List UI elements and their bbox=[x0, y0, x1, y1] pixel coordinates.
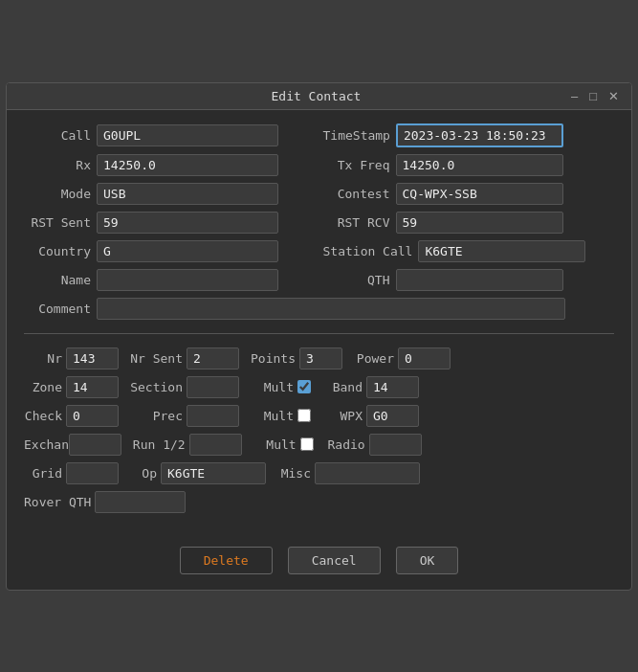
row-rst: RST Sent RST RCV bbox=[24, 212, 614, 234]
row-roverqth: Rover QTH bbox=[24, 491, 614, 513]
call-input[interactable] bbox=[97, 124, 278, 146]
roverqth-input[interactable] bbox=[95, 491, 186, 513]
call-label: Call bbox=[24, 128, 91, 143]
ok-button[interactable]: OK bbox=[396, 547, 459, 574]
rstrcv-input[interactable] bbox=[396, 212, 563, 234]
rstsent-label: RST Sent bbox=[24, 215, 91, 230]
qth-label: QTH bbox=[323, 273, 390, 287]
exchange-input[interactable] bbox=[69, 434, 121, 456]
mult2-label: Mult bbox=[251, 409, 294, 423]
window-controls: – □ ✕ bbox=[568, 89, 622, 103]
stationcall-input[interactable] bbox=[418, 240, 585, 262]
maximize-button[interactable]: □ bbox=[586, 89, 600, 103]
timestamp-label: TimeStamp bbox=[323, 128, 390, 143]
call-group: Call bbox=[24, 124, 316, 146]
footer-buttons: Delete Cancel OK bbox=[7, 533, 631, 590]
country-group: Country bbox=[24, 240, 316, 262]
row-call-timestamp: Call TimeStamp bbox=[24, 123, 614, 147]
contest-label: Contest bbox=[323, 187, 390, 201]
row-country-stationcall: Country Station Call bbox=[24, 240, 614, 262]
row-name-qth: Name QTH bbox=[24, 269, 614, 291]
op-label: Op bbox=[130, 466, 157, 481]
mult1-label: Mult bbox=[251, 380, 294, 394]
txfreq-group: Tx Freq bbox=[323, 154, 615, 176]
rstrcv-group: RST RCV bbox=[323, 212, 615, 234]
band-label: Band bbox=[322, 380, 363, 394]
zone-label: Zone bbox=[24, 380, 62, 394]
power-input[interactable] bbox=[398, 347, 451, 370]
contest-input[interactable] bbox=[396, 183, 563, 205]
row-rx-txfreq: Rx Tx Freq bbox=[24, 154, 614, 176]
comment-label: Comment bbox=[24, 302, 91, 316]
rstsent-group: RST Sent bbox=[24, 212, 316, 234]
delete-button[interactable]: Delete bbox=[180, 547, 273, 574]
timestamp-input[interactable] bbox=[396, 123, 563, 147]
comment-input[interactable] bbox=[97, 298, 565, 320]
txfreq-input[interactable] bbox=[396, 154, 563, 176]
name-input[interactable] bbox=[97, 269, 278, 291]
cancel-button[interactable]: Cancel bbox=[288, 547, 381, 574]
titlebar: Edit Contact – □ ✕ bbox=[7, 83, 631, 110]
timestamp-group: TimeStamp bbox=[323, 123, 615, 147]
wpx-label: WPX bbox=[322, 409, 363, 423]
window-title: Edit Contact bbox=[64, 89, 568, 103]
check-label: Check bbox=[24, 409, 62, 423]
close-button[interactable]: ✕ bbox=[605, 89, 622, 103]
section-input[interactable] bbox=[187, 376, 239, 398]
row-check: Check Prec Mult WPX bbox=[24, 405, 614, 427]
nr-label: Nr bbox=[24, 351, 62, 366]
qth-group: QTH bbox=[323, 269, 615, 291]
country-label: Country bbox=[24, 244, 91, 258]
op-input[interactable] bbox=[161, 462, 266, 484]
name-label: Name bbox=[24, 273, 91, 287]
stationcall-label: Station Call bbox=[323, 244, 413, 258]
qth-input[interactable] bbox=[396, 269, 563, 291]
prec-input[interactable] bbox=[187, 405, 239, 427]
mode-label: Mode bbox=[24, 187, 91, 201]
run-input[interactable] bbox=[189, 434, 242, 456]
roverqth-label: Rover QTH bbox=[24, 495, 91, 509]
row-comment: Comment bbox=[24, 298, 614, 320]
nr-input[interactable] bbox=[66, 347, 119, 370]
radio-label: Radio bbox=[325, 437, 365, 452]
misc-input[interactable] bbox=[315, 462, 420, 484]
rx-input[interactable] bbox=[97, 154, 278, 176]
row-mode-contest: Mode Contest bbox=[24, 183, 614, 205]
wpx-input[interactable] bbox=[366, 405, 419, 427]
name-group: Name bbox=[24, 269, 316, 291]
prec-label: Prec bbox=[130, 409, 183, 423]
nrsent-input[interactable] bbox=[187, 347, 239, 370]
rstsent-input[interactable] bbox=[97, 212, 278, 234]
mult3-checkbox[interactable] bbox=[300, 437, 314, 451]
zone-input[interactable] bbox=[66, 376, 119, 398]
band-input[interactable] bbox=[366, 376, 419, 398]
points-input[interactable] bbox=[299, 347, 342, 370]
row-exchange: Exchange Run 1/2 Mult Radio bbox=[24, 434, 614, 456]
extra-fields: Nr Nr Sent Points Power Zone Section Mul… bbox=[24, 347, 614, 513]
radio-input[interactable] bbox=[369, 434, 422, 456]
stationcall-group: Station Call bbox=[323, 240, 615, 262]
row-zone: Zone Section Mult Band bbox=[24, 376, 614, 398]
mult2-checkbox[interactable] bbox=[297, 409, 311, 422]
mode-input[interactable] bbox=[97, 183, 278, 205]
rx-label: Rx bbox=[24, 158, 91, 172]
section-label: Section bbox=[130, 380, 183, 394]
country-input[interactable] bbox=[97, 240, 278, 262]
contest-group: Contest bbox=[323, 183, 615, 205]
mult3-label: Mult bbox=[253, 437, 297, 452]
row-nr: Nr Nr Sent Points Power bbox=[24, 347, 614, 370]
nrsent-label: Nr Sent bbox=[130, 351, 183, 366]
grid-input[interactable] bbox=[66, 462, 119, 484]
row-grid: Grid Op Misc bbox=[24, 462, 614, 484]
points-label: Points bbox=[251, 351, 296, 366]
comment-group: Comment bbox=[24, 298, 614, 320]
misc-label: Misc bbox=[277, 466, 311, 481]
run-label: Run 1/2 bbox=[133, 437, 186, 452]
check-input[interactable] bbox=[66, 405, 119, 427]
form-content: Call TimeStamp Rx Tx Freq Mode bbox=[7, 110, 631, 533]
grid-label: Grid bbox=[24, 466, 62, 481]
mult1-checkbox[interactable] bbox=[297, 380, 311, 393]
minimize-button[interactable]: – bbox=[568, 89, 581, 103]
mode-group: Mode bbox=[24, 183, 316, 205]
section-divider bbox=[24, 333, 614, 334]
